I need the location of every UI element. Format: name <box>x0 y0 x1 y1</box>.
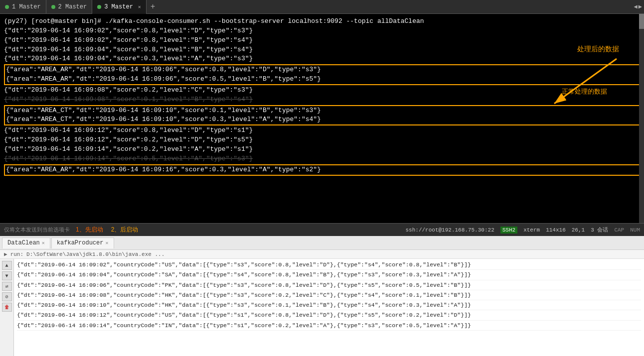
run-label: run: <box>10 251 23 257</box>
terminal-line-1: {"dt":"2019-06-14 16:09:02","score":0.8,… <box>4 36 640 45</box>
data-line-3: {"dt":"2019-06-14 16:09:08","countryCode… <box>17 290 641 300</box>
terminal-line-12: {"dt":"2019-06-14 16:09:14","score":0.2,… <box>4 145 640 154</box>
tab-bar: 1 Master 2 Master 3 Master ✕ + ◀ ▶ <box>0 0 644 14</box>
svg-line-1 <box>554 59 617 104</box>
terminal: (py27) [root@master bin]# ./kafka-consol… <box>0 14 644 223</box>
bottom-tab-bar: DataClean ✕ kafkaProducer ✕ <box>0 236 644 250</box>
tab-1-master[interactable]: 1 Master <box>0 0 46 14</box>
bottom-tab-dataclean-label: DataClean <box>7 239 40 246</box>
scroll-up-button[interactable]: ▲ <box>2 261 12 270</box>
tab-dot-3 <box>97 5 101 9</box>
terminal-line-14: {"area":"AREA_AR","dt":"2019-06-14 16:09… <box>6 165 638 175</box>
content-area: ▲ ▼ ⇄ ⊘ 🗑 {"dt":"2019-06-14 16:09:02","c… <box>0 259 644 356</box>
status-right: ssh://root@192.168.75.30:22 SSH2 xterm 1… <box>406 226 641 234</box>
data-line-5: {"dt":"2019-06-14 16:09:12","countryCode… <box>17 310 641 320</box>
new-tab-button[interactable]: + <box>147 2 160 11</box>
bottom-tab-dataclean[interactable]: DataClean ✕ <box>2 237 50 248</box>
clear-button[interactable]: ⊘ <box>2 292 12 301</box>
data-line-0: {"dt":"2019-06-14 16:09:02","countryCode… <box>17 260 641 270</box>
status-bar: 仅将文本发送到当前选项卡 1、先启动 2、后启动 ssh://root@192.… <box>0 223 644 236</box>
annotation-arrow: 正常处理的数据 <box>539 54 629 114</box>
terminal-line-11: {"dt":"2019-06-14 16:09:12","score":0.2,… <box>4 135 640 145</box>
step-labels: 1、先启动 2、后启动 <box>76 226 138 234</box>
size-label: 114x16 <box>546 227 566 233</box>
step1-label: 1、先启动 <box>76 226 103 234</box>
bottom-tab-kafkaproducer-label: kafkaProducer <box>57 239 104 246</box>
term-label: xterm <box>523 227 540 233</box>
num-label: NUM <box>630 227 640 233</box>
terminal-scrollbar-thumb[interactable] <box>639 14 644 29</box>
bottom-tab-kafkaproducer[interactable]: kafkaProducer ✕ <box>51 237 114 248</box>
highlight-group-3: {"area":"AREA_AR","dt":"2019-06-14 16:09… <box>4 164 640 176</box>
tab-2-label: 2 Master <box>58 3 87 10</box>
bottom-panel: DataClean ✕ kafkaProducer ✕ ▶ run: D:\So… <box>0 236 644 356</box>
java-cmd-text: D:\SoftWare\Java\jdk1.8.0\bin\java.exe .… <box>26 251 164 257</box>
caps-label: CAP <box>614 227 624 233</box>
bottom-tab-kafkaproducer-close[interactable]: ✕ <box>105 240 108 246</box>
data-line-2: {"dt":"2019-06-14 16:09:06","countryCode… <box>17 280 641 290</box>
wrap-button[interactable]: ⇄ <box>2 282 12 291</box>
nav-right-icon[interactable]: ▶ <box>639 3 642 10</box>
tab-1-label: 1 Master <box>12 3 41 10</box>
side-buttons: ▲ ▼ ⇄ ⊘ 🗑 <box>0 259 14 356</box>
svg-text:正常处理的数据: 正常处理的数据 <box>562 88 607 95</box>
terminal-scrollbar[interactable] <box>639 14 644 223</box>
data-lines-container[interactable]: {"dt":"2019-06-14 16:09:02","countryCode… <box>14 259 644 356</box>
tab-dot-1 <box>5 5 9 9</box>
data-line-4: {"dt":"2019-06-14 16:09:10","countryCode… <box>17 300 641 310</box>
ssh-label: SSH2 <box>500 227 517 234</box>
terminal-line-9: {"area":"AREA_CT","dt":"2019-06-14 16:09… <box>6 115 638 124</box>
position-label: 26,1 <box>572 227 585 233</box>
nav-arrows: ◀ ▶ <box>632 3 644 10</box>
java-cmd-bar: ▶ run: D:\SoftWare\Java\jdk1.8.0\bin\jav… <box>0 250 644 259</box>
tab-3-close[interactable]: ✕ <box>138 4 141 10</box>
nav-left-icon[interactable]: ◀ <box>634 3 638 10</box>
delete-button[interactable]: 🗑 <box>2 303 12 312</box>
tab-2-master[interactable]: 2 Master <box>46 0 93 14</box>
terminal-line-13: {"dt":"2019-06-14 16:09:14","score":0.5,… <box>4 154 640 164</box>
connection-info: ssh://root@192.168.75.30:22 <box>406 227 494 233</box>
sessions-label: 3 会话 <box>591 226 608 234</box>
terminal-line-10: {"dt":"2019-06-14 16:09:12","score":0.8,… <box>4 126 640 135</box>
scroll-down-button[interactable]: ▼ <box>2 271 12 280</box>
step2-label: 2、后启动 <box>111 226 139 234</box>
bottom-tab-dataclean-close[interactable]: ✕ <box>42 240 45 246</box>
tab-3-label: 3 Master <box>104 3 133 10</box>
terminal-line-0: {"dt":"2019-06-14 16:09:02","score":0.8,… <box>4 26 640 36</box>
run-icon: ▶ <box>4 251 7 257</box>
annotation-processed: 处理后的数据 <box>577 44 619 55</box>
tab-dot-2 <box>51 5 55 9</box>
terminal-line-2: {"dt":"2019-06-14 16:09:04","score":0.8,… <box>4 45 640 55</box>
tab-3-master[interactable]: 3 Master ✕ <box>92 0 147 14</box>
status-message: 仅将文本发送到当前选项卡 <box>4 226 70 234</box>
terminal-command: (py27) [root@master bin]# ./kafka-consol… <box>4 17 640 26</box>
data-line-6: {"dt":"2019-06-14 16:09:14","countryCode… <box>17 321 641 331</box>
data-line-1: {"dt":"2019-06-14 16:09:04","countryCode… <box>17 270 641 280</box>
